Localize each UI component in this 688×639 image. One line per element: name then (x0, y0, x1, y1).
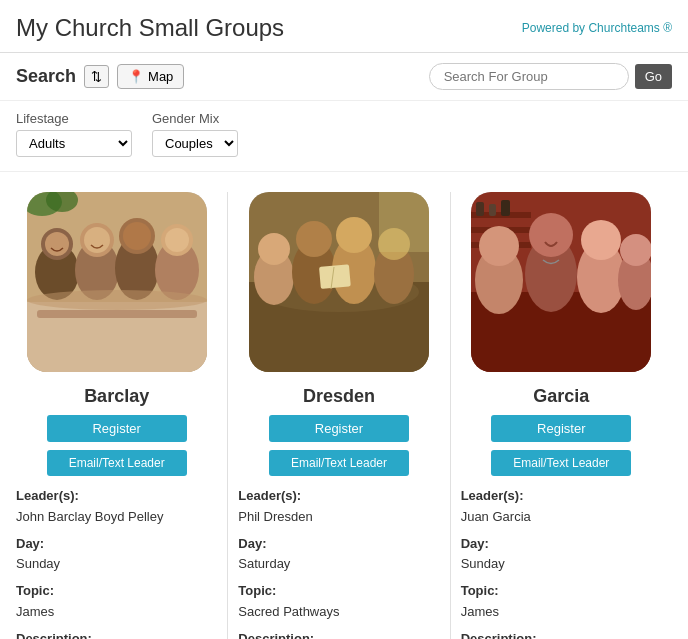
lifestage-select[interactable]: Adults Youth Children Senior Adults (16, 130, 132, 157)
svg-rect-38 (489, 204, 496, 216)
header: My Church Small Groups Powered by Church… (0, 0, 688, 53)
topic-value: James (461, 604, 499, 619)
group-details-dresden: Leader(s): Phil Dresden Day: Saturday To… (238, 486, 439, 639)
day-section: Day: Sunday (461, 534, 662, 576)
leaders-section: Leader(s): John Barclay Boyd Pelley (16, 486, 217, 528)
register-button-garcia[interactable]: Register (491, 415, 631, 442)
email-leader-button-barclay[interactable]: Email/Text Leader (47, 450, 187, 476)
page-title: My Church Small Groups (16, 14, 284, 42)
leaders-value: Phil Dresden (238, 509, 312, 524)
topic-label: Topic: (461, 583, 499, 598)
topic-value: James (16, 604, 54, 619)
description-label: Description: (16, 631, 92, 639)
register-button-dresden[interactable]: Register (269, 415, 409, 442)
go-button[interactable]: Go (635, 64, 672, 89)
svg-point-10 (27, 290, 207, 310)
svg-rect-37 (476, 202, 484, 216)
group-photo-garcia (471, 192, 651, 372)
map-icon: 📍 (128, 69, 144, 84)
toolbar-left: Search ⇅ 📍 Map (16, 64, 184, 89)
group-photo-barclay (27, 192, 207, 372)
day-value: Saturday (238, 556, 290, 571)
svg-point-24 (296, 221, 332, 257)
day-section: Day: Sunday (16, 534, 217, 576)
toolbar: Search ⇅ 📍 Map Go (0, 53, 688, 101)
day-value: Sunday (16, 556, 60, 571)
svg-point-15 (84, 227, 110, 253)
day-section: Day: Saturday (238, 534, 439, 576)
svg-point-22 (258, 233, 290, 265)
gender-filter: Gender Mix Couples Men Women Mixed (152, 111, 238, 157)
email-leader-button-dresden[interactable]: Email/Text Leader (269, 450, 409, 476)
group-photo-dresden (249, 192, 429, 372)
group-col-barclay: BarclayRegisterEmail/Text Leader Leader(… (16, 192, 227, 639)
svg-point-45 (581, 220, 621, 260)
svg-point-16 (123, 222, 151, 250)
group-details-garcia: Leader(s): Juan Garcia Day: Sunday Topic… (461, 486, 662, 639)
register-button-barclay[interactable]: Register (47, 415, 187, 442)
description-section: Description: (238, 629, 439, 639)
gender-select[interactable]: Couples Men Women Mixed (152, 130, 238, 157)
gender-label: Gender Mix (152, 111, 238, 126)
leaders-value: Juan Garcia (461, 509, 531, 524)
groups-container: BarclayRegisterEmail/Text Leader Leader(… (0, 172, 688, 639)
svg-point-14 (45, 232, 69, 256)
topic-label: Topic: (238, 583, 276, 598)
search-input[interactable] (429, 63, 629, 90)
filters-bar: Lifestage Adults Youth Children Senior A… (0, 101, 688, 172)
leaders-label: Leader(s): (16, 488, 79, 503)
leaders-section: Leader(s): Juan Garcia (461, 486, 662, 528)
leaders-value: John Barclay Boyd Pelley (16, 509, 163, 524)
powered-by: Powered by Churchteams ® (522, 21, 672, 35)
group-name-barclay: Barclay (84, 386, 149, 407)
svg-point-47 (620, 234, 651, 266)
topic-label: Topic: (16, 583, 54, 598)
map-label: Map (148, 69, 173, 84)
svg-point-26 (336, 217, 372, 253)
group-name-garcia: Garcia (533, 386, 589, 407)
toolbar-right: Go (429, 63, 672, 90)
sort-button[interactable]: ⇅ (84, 65, 109, 88)
svg-rect-39 (501, 200, 510, 216)
topic-value: Sacred Pathways (238, 604, 339, 619)
svg-point-43 (529, 213, 573, 257)
description-label: Description: (461, 631, 537, 639)
group-name-dresden: Dresden (303, 386, 375, 407)
leaders-label: Leader(s): (238, 488, 301, 503)
description-section: Description: (16, 629, 217, 639)
map-button[interactable]: 📍 Map (117, 64, 184, 89)
leaders-section: Leader(s): Phil Dresden (238, 486, 439, 528)
description-label: Description: (238, 631, 314, 639)
svg-point-41 (479, 226, 519, 266)
group-col-garcia: GarciaRegisterEmail/Text Leader Leader(s… (451, 192, 672, 639)
group-col-dresden: DresdenRegisterEmail/Text Leader Leader(… (228, 192, 449, 639)
lifestage-filter: Lifestage Adults Youth Children Senior A… (16, 111, 132, 157)
svg-rect-31 (379, 192, 429, 252)
topic-section: Topic: James (461, 581, 662, 623)
svg-rect-29 (319, 264, 351, 289)
svg-point-17 (165, 228, 189, 252)
lifestage-label: Lifestage (16, 111, 132, 126)
search-label: Search (16, 66, 76, 87)
group-details-barclay: Leader(s): John Barclay Boyd Pelley Day:… (16, 486, 217, 639)
day-label: Day: (461, 536, 489, 551)
topic-section: Topic: Sacred Pathways (238, 581, 439, 623)
svg-rect-11 (37, 310, 197, 318)
description-section: Description: (461, 629, 662, 639)
topic-section: Topic: James (16, 581, 217, 623)
day-label: Day: (16, 536, 44, 551)
day-label: Day: (238, 536, 266, 551)
leaders-label: Leader(s): (461, 488, 524, 503)
email-leader-button-garcia[interactable]: Email/Text Leader (491, 450, 631, 476)
day-value: Sunday (461, 556, 505, 571)
